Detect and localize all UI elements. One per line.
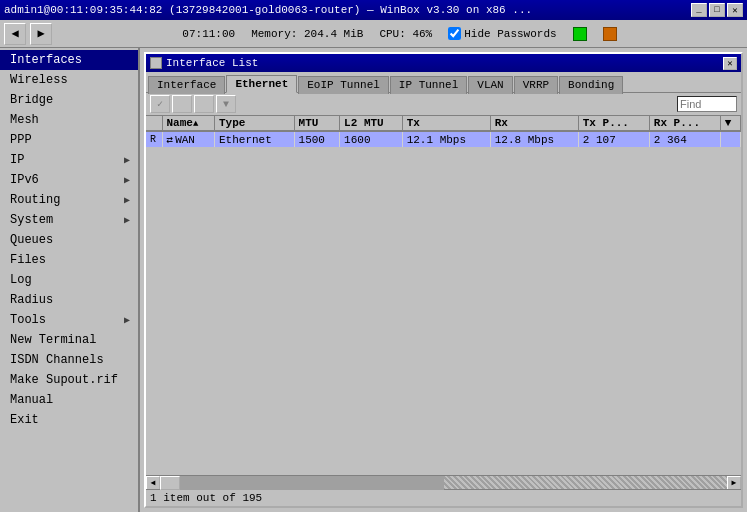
interface-icon: ⇄WAN	[167, 133, 195, 146]
sidebar-item-interfaces[interactable]: Interfaces	[0, 50, 138, 70]
hide-passwords-checkbox[interactable]	[448, 27, 461, 40]
back-button[interactable]: ◀	[4, 23, 26, 45]
scroll-thumb[interactable]	[160, 476, 180, 490]
row-tx: 12.1 Mbps	[402, 131, 490, 147]
tab-eoip-tunnel[interactable]: EoIP Tunnel	[298, 76, 389, 94]
content-area: Interface List ✕ Interface Ethernet EoIP…	[140, 48, 747, 512]
row-rx: 12.8 Mbps	[490, 131, 578, 147]
time-display: 07:11:00	[182, 28, 235, 40]
sidebar-item-exit[interactable]: Exit	[0, 410, 138, 430]
col-rxp[interactable]: Rx P...	[649, 116, 720, 131]
window-inner: Interface Ethernet EoIP Tunnel IP Tunnel…	[146, 72, 741, 506]
row-marker: R	[146, 131, 162, 147]
scroll-left-button[interactable]: ◀	[146, 476, 160, 490]
interface-window-title: Interface List	[166, 57, 258, 69]
sidebar-item-bridge[interactable]: Bridge	[0, 90, 138, 110]
edit-button[interactable]: □	[194, 95, 214, 113]
tabs-bar: Interface Ethernet EoIP Tunnel IP Tunnel…	[146, 72, 741, 93]
row-mtu: 1500	[294, 131, 340, 147]
sidebar-item-radius[interactable]: Radius	[0, 290, 138, 310]
tab-ip-tunnel[interactable]: IP Tunnel	[390, 76, 467, 94]
sidebar-item-files[interactable]: Files	[0, 250, 138, 270]
window-toolbar: ✓ ✗ □ ▼	[146, 93, 741, 116]
sidebar-item-manual[interactable]: Manual	[0, 390, 138, 410]
interface-window-titlebar: Interface List ✕	[146, 54, 741, 72]
sidebar-item-isdn-channels[interactable]: ISDN Channels	[0, 350, 138, 370]
interface-table-container: Name▲ Type MTU L2 MTU Tx Rx Tx P... Rx P…	[146, 116, 741, 475]
sidebar-item-make-supout[interactable]: Make Supout.rif	[0, 370, 138, 390]
find-input[interactable]	[677, 96, 737, 112]
col-type[interactable]: Type	[215, 116, 295, 131]
title-bar-controls: _ □ ✕	[691, 3, 743, 17]
row-type: Ethernet	[215, 131, 295, 147]
item-count: 1 item out of 195	[150, 492, 262, 504]
window-title: admin1@00:11:09:35:44:82 (13729842001-go…	[4, 4, 532, 16]
forward-button[interactable]: ▶	[30, 23, 52, 45]
tab-ethernet[interactable]: Ethernet	[226, 75, 297, 93]
ipv6-arrow-icon: ▶	[124, 174, 130, 186]
col-marker	[146, 116, 162, 131]
scroll-end-track	[444, 476, 728, 490]
row-rxp: 2 364	[649, 131, 720, 147]
col-l2mtu[interactable]: L2 MTU	[340, 116, 403, 131]
col-rx[interactable]: Rx	[490, 116, 578, 131]
sidebar-item-ipv6[interactable]: IPv6 ▶	[0, 170, 138, 190]
sidebar-item-system[interactable]: System ▶	[0, 210, 138, 230]
status-bar: 07:11:00 Memory: 204.4 MiB CPU: 46% Hide…	[56, 27, 743, 41]
filter-button[interactable]: ▼	[216, 95, 236, 113]
row-name: ⇄WAN	[162, 131, 215, 147]
col-mtu[interactable]: MTU	[294, 116, 340, 131]
scroll-right-button[interactable]: ▶	[727, 476, 741, 490]
main-area: Interfaces Wireless Bridge Mesh PPP IP ▶…	[0, 48, 747, 512]
routing-arrow-icon: ▶	[124, 194, 130, 206]
cpu-display: CPU: 46%	[379, 28, 432, 40]
interface-list-window: Interface List ✕ Interface Ethernet EoIP…	[144, 52, 743, 508]
col-txp[interactable]: Tx P...	[578, 116, 649, 131]
tools-arrow-icon: ▶	[124, 314, 130, 326]
tab-bonding[interactable]: Bonding	[559, 76, 623, 94]
interface-window-close-button[interactable]: ✕	[723, 57, 737, 70]
tab-interface[interactable]: Interface	[148, 76, 225, 94]
horizontal-scrollbar[interactable]: ◀ ▶	[146, 475, 741, 489]
window-icon	[150, 57, 162, 69]
sidebar-item-ppp[interactable]: PPP	[0, 130, 138, 150]
col-more[interactable]: ▼	[720, 116, 740, 131]
table-header-row: Name▲ Type MTU L2 MTU Tx Rx Tx P... Rx P…	[146, 116, 741, 131]
sidebar-item-new-terminal[interactable]: New Terminal	[0, 330, 138, 350]
interface-arrows-icon: ⇄	[167, 133, 174, 146]
ip-arrow-icon: ▶	[124, 154, 130, 166]
sidebar-item-tools[interactable]: Tools ▶	[0, 310, 138, 330]
sidebar-item-queues[interactable]: Queues	[0, 230, 138, 250]
status-indicator-green	[573, 27, 587, 41]
row-txp: 2 107	[578, 131, 649, 147]
sidebar-item-wireless[interactable]: Wireless	[0, 70, 138, 90]
title-bar: admin1@00:11:09:35:44:82 (13729842001-go…	[0, 0, 747, 20]
sidebar-item-log[interactable]: Log	[0, 270, 138, 290]
tab-vlan[interactable]: VLAN	[468, 76, 512, 94]
table-row[interactable]: R ⇄WAN Ethernet 1500 1600 12.1 Mbps	[146, 131, 741, 147]
main-toolbar: ◀ ▶ 07:11:00 Memory: 204.4 MiB CPU: 46% …	[0, 20, 747, 48]
tab-vrrp[interactable]: VRRP	[514, 76, 558, 94]
sidebar-item-routing[interactable]: Routing ▶	[0, 190, 138, 210]
col-name[interactable]: Name▲	[162, 116, 215, 131]
system-arrow-icon: ▶	[124, 214, 130, 226]
sidebar-item-mesh[interactable]: Mesh	[0, 110, 138, 130]
hide-passwords-label[interactable]: Hide Passwords	[448, 27, 556, 40]
sidebar: Interfaces Wireless Bridge Mesh PPP IP ▶…	[0, 48, 140, 512]
close-button[interactable]: ✕	[727, 3, 743, 17]
row-more	[720, 131, 740, 147]
add-button[interactable]: ✓	[150, 95, 170, 113]
interface-table: Name▲ Type MTU L2 MTU Tx Rx Tx P... Rx P…	[146, 116, 741, 147]
col-tx[interactable]: Tx	[402, 116, 490, 131]
remove-button[interactable]: ✗	[172, 95, 192, 113]
scroll-track[interactable]	[160, 476, 444, 490]
window-statusbar: 1 item out of 195	[146, 489, 741, 506]
status-indicator-orange	[603, 27, 617, 41]
maximize-button[interactable]: □	[709, 3, 725, 17]
sidebar-item-ip[interactable]: IP ▶	[0, 150, 138, 170]
memory-display: Memory: 204.4 MiB	[251, 28, 363, 40]
minimize-button[interactable]: _	[691, 3, 707, 17]
row-l2mtu: 1600	[340, 131, 403, 147]
